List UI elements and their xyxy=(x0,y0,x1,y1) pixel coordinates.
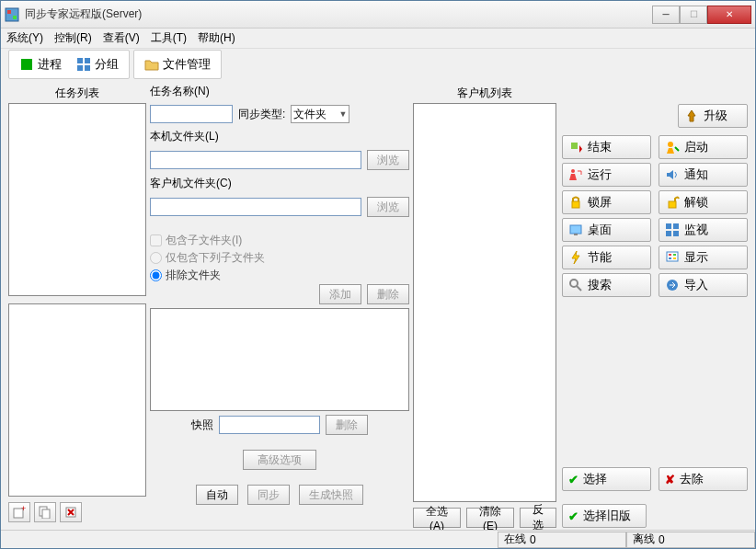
sync-type-label: 同步类型: xyxy=(238,107,285,122)
include-sub-label: 包含子文件夹(I) xyxy=(166,233,242,248)
exclude-radio-row[interactable]: 排除文件夹 xyxy=(150,267,409,284)
svg-rect-26 xyxy=(669,257,671,259)
secondary-list[interactable] xyxy=(8,303,146,497)
svg-rect-27 xyxy=(673,257,676,259)
menu-system[interactable]: 系统(Y) xyxy=(6,30,43,46)
sync-type-value: 文件夹 xyxy=(293,107,326,122)
copy-task-button[interactable] xyxy=(34,502,56,522)
lock-button[interactable]: 锁屏 xyxy=(562,190,651,214)
svg-text:+: + xyxy=(21,506,26,513)
svg-rect-15 xyxy=(572,201,579,208)
menubar: 系统(Y) 控制(R) 查看(V) 工具(T) 帮助(H) xyxy=(1,29,755,49)
add-task-button[interactable]: + xyxy=(8,502,30,522)
desktop-button[interactable]: 桌面 xyxy=(562,218,651,242)
svg-rect-11 xyxy=(42,509,50,519)
svg-rect-1 xyxy=(7,10,11,14)
toolbar: 进程 分组 文件管理 xyxy=(1,49,755,80)
svg-rect-18 xyxy=(574,234,578,235)
lock-icon xyxy=(568,195,583,210)
advanced-button[interactable]: 高级选项 xyxy=(243,450,316,470)
include-sub-checkbox[interactable] xyxy=(150,234,162,246)
svg-rect-19 xyxy=(666,223,671,229)
select-all-button[interactable]: 全选(A) xyxy=(413,508,461,528)
svg-rect-4 xyxy=(77,58,83,63)
svg-rect-20 xyxy=(673,223,679,229)
start-icon xyxy=(665,140,680,154)
svg-rect-6 xyxy=(77,65,83,71)
task-list[interactable] xyxy=(8,103,146,296)
status-online: 在线 0 xyxy=(498,532,626,548)
exclude-radio[interactable] xyxy=(150,269,162,281)
close-button[interactable]: ✕ xyxy=(707,6,751,24)
import-icon xyxy=(665,278,680,292)
snapshot-label: 快照 xyxy=(191,417,213,433)
select-old-button[interactable]: ✔选择旧版 xyxy=(562,504,647,528)
minimize-button[interactable]: ─ xyxy=(652,6,680,24)
folder-icon xyxy=(144,57,159,72)
toolbar-process-button[interactable]: 进程 xyxy=(13,53,68,75)
toolbar-file-mgmt-button[interactable]: 文件管理 xyxy=(138,53,217,75)
select-button[interactable]: ✔选择 xyxy=(562,467,651,491)
sync-type-select[interactable]: 文件夹 ▼ xyxy=(291,105,349,123)
task-name-input[interactable] xyxy=(150,105,233,123)
chevron-down-icon: ▼ xyxy=(338,109,347,119)
process-icon xyxy=(19,57,34,72)
gen-snapshot-button[interactable]: 生成快照 xyxy=(299,485,363,505)
local-browse-button[interactable]: 浏览 xyxy=(367,150,409,170)
task-list-header: 任务列表 xyxy=(8,84,146,103)
only-include-radio-row[interactable]: 仅包含下列子文件夹 xyxy=(150,249,409,267)
status-online-count: 0 xyxy=(530,533,536,546)
maximize-button[interactable]: ☐ xyxy=(680,6,707,24)
search-icon xyxy=(568,278,583,292)
x-icon: ✘ xyxy=(665,473,675,486)
toolbar-process-label: 进程 xyxy=(38,56,62,73)
menu-help[interactable]: 帮助(H) xyxy=(198,30,235,46)
client-folder-label: 客户机文件夹(C) xyxy=(150,176,232,191)
unlock-button[interactable]: 解锁 xyxy=(659,190,748,214)
menu-control[interactable]: 控制(R) xyxy=(54,30,92,46)
svg-rect-3 xyxy=(21,59,32,70)
delete-folder-button[interactable]: 删除 xyxy=(367,284,409,304)
start-button[interactable]: 启动 xyxy=(659,135,748,159)
svg-rect-23 xyxy=(667,252,678,261)
auto-button[interactable]: 自动 xyxy=(196,485,238,505)
energy-button[interactable]: 节能 xyxy=(562,246,651,269)
display-button[interactable]: 显示 xyxy=(659,246,748,269)
svg-rect-22 xyxy=(673,231,679,236)
client-list[interactable] xyxy=(413,103,556,502)
invert-button[interactable]: 反选 xyxy=(520,508,556,528)
svg-rect-7 xyxy=(85,65,90,71)
end-button[interactable]: 结束 xyxy=(562,135,651,159)
upgrade-icon xyxy=(684,109,699,123)
client-browse-button[interactable]: 浏览 xyxy=(367,197,409,217)
svg-rect-16 xyxy=(669,201,676,208)
toolbar-group-button[interactable]: 分组 xyxy=(70,53,125,75)
app-icon xyxy=(5,7,19,22)
client-folder-input[interactable] xyxy=(150,198,361,216)
search-button[interactable]: 搜索 xyxy=(562,273,651,297)
run-button[interactable]: 运行 xyxy=(562,163,651,187)
only-include-radio[interactable] xyxy=(150,252,162,264)
snapshot-input[interactable] xyxy=(219,416,320,434)
clear-button[interactable]: 清除(E) xyxy=(466,508,514,528)
remove-button[interactable]: ✘去除 xyxy=(659,467,748,491)
local-folder-input[interactable] xyxy=(150,151,361,169)
delete-task-button[interactable] xyxy=(60,502,82,522)
svg-rect-21 xyxy=(666,231,671,236)
exclude-label: 排除文件夹 xyxy=(166,268,221,283)
group-icon xyxy=(76,57,91,72)
monitor-button[interactable]: 监视 xyxy=(659,218,748,242)
add-folder-button[interactable]: 添加 xyxy=(319,284,361,304)
menu-tools[interactable]: 工具(T) xyxy=(151,30,187,46)
upgrade-button[interactable]: 升级 xyxy=(678,104,748,128)
svg-rect-2 xyxy=(13,16,17,19)
snapshot-delete-button[interactable]: 删除 xyxy=(326,415,368,435)
notify-button[interactable]: 通知 xyxy=(659,163,748,187)
include-sub-checkbox-row[interactable]: 包含子文件夹(I) xyxy=(150,232,409,249)
import-button[interactable]: 导入 xyxy=(659,273,748,297)
sync-button[interactable]: 同步 xyxy=(247,485,290,505)
only-include-label: 仅包含下列子文件夹 xyxy=(166,250,265,266)
menu-view[interactable]: 查看(V) xyxy=(103,30,140,46)
toolbar-file-mgmt-label: 文件管理 xyxy=(163,56,211,73)
folder-filter-list[interactable] xyxy=(150,308,409,411)
